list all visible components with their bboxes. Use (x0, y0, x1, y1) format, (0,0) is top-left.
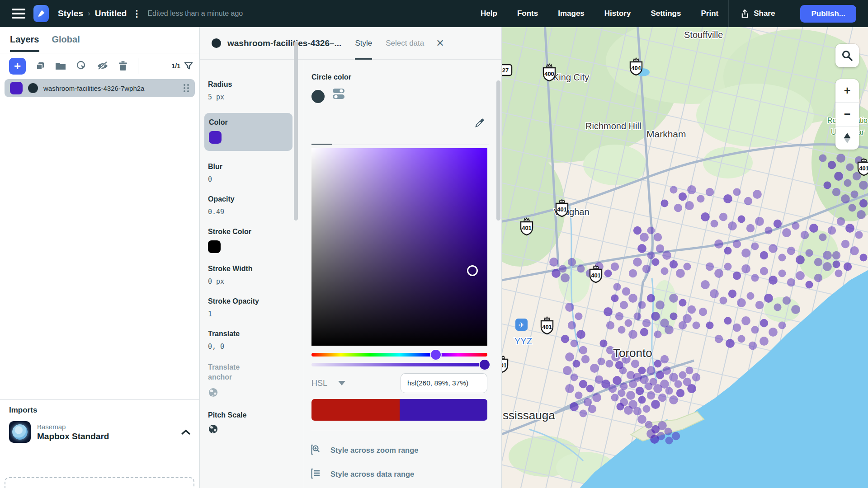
washroom-dot[interactable] (692, 373, 700, 381)
property-translate-anchor[interactable]: Translate anchor (208, 362, 304, 399)
washroom-dot[interactable] (832, 251, 840, 259)
style-with-data-conditions[interactable]: Style with data conditions (311, 486, 488, 488)
washroom-dot[interactable] (755, 217, 764, 226)
washroom-dot[interactable] (595, 375, 603, 384)
washroom-dot[interactable] (628, 330, 637, 339)
washroom-dot[interactable] (559, 265, 567, 273)
washroom-dot[interactable] (778, 322, 786, 329)
washroom-dot[interactable] (552, 269, 561, 278)
washroom-dot[interactable] (724, 317, 732, 325)
nav-help[interactable]: Help (481, 9, 497, 18)
washroom-dot[interactable] (606, 360, 613, 368)
publish-button[interactable]: Publish... (800, 5, 856, 23)
globe-icon[interactable] (208, 387, 304, 399)
hide-layer-eye-off-icon[interactable] (96, 61, 109, 71)
washroom-dot[interactable] (626, 391, 635, 400)
washroom-dot[interactable] (760, 319, 768, 327)
nav-images[interactable]: Images (558, 9, 585, 18)
washroom-dot[interactable] (640, 328, 648, 336)
property-blur[interactable]: Blur0 (208, 163, 304, 183)
washroom-dot[interactable] (728, 290, 736, 298)
property-stroke-width[interactable]: Stroke Width0 px (208, 265, 304, 286)
washroom-dot[interactable] (662, 251, 671, 260)
washroom-dot[interactable] (571, 374, 578, 381)
component-sliders-tab-icon[interactable] (332, 87, 346, 103)
washroom-dot[interactable] (549, 258, 558, 267)
washroom-dot[interactable] (711, 220, 718, 228)
washroom-dot[interactable] (665, 437, 673, 445)
washroom-dot[interactable] (733, 240, 741, 248)
washroom-dot[interactable] (642, 265, 651, 273)
washroom-dot[interactable] (615, 312, 623, 320)
washroom-dot[interactable] (646, 429, 656, 438)
washroom-dot[interactable] (701, 280, 710, 289)
washroom-dot[interactable] (769, 328, 778, 337)
washroom-dot[interactable] (714, 239, 723, 249)
washroom-dot[interactable] (701, 212, 710, 221)
washroom-dot[interactable] (647, 391, 655, 399)
washroom-dot[interactable] (693, 322, 700, 329)
washroom-dot[interactable] (719, 213, 727, 221)
washroom-dot[interactable] (638, 396, 646, 404)
washroom-dot[interactable] (676, 269, 685, 278)
washroom-dot[interactable] (679, 192, 687, 201)
eyedropper-icon[interactable] (472, 117, 486, 132)
washroom-dot[interactable] (769, 244, 778, 253)
washroom-dot[interactable] (760, 267, 768, 275)
washroom-dot[interactable] (675, 380, 682, 388)
washroom-dot[interactable] (715, 335, 723, 343)
washroom-dot[interactable] (824, 182, 831, 189)
washroom-dot[interactable] (620, 301, 628, 309)
tab-layers[interactable]: Layers (10, 34, 39, 52)
washroom-dot[interactable] (611, 295, 619, 302)
washroom-dot[interactable] (568, 321, 576, 329)
washroom-dot[interactable] (669, 294, 678, 303)
property-stroke-color[interactable]: Stroke Color (208, 228, 304, 253)
washroom-dot[interactable] (654, 233, 662, 241)
solid-color-tab-circle-icon[interactable] (311, 90, 325, 103)
washroom-dot[interactable] (633, 226, 642, 235)
property-swatch[interactable] (209, 131, 222, 144)
washroom-dot[interactable] (620, 383, 628, 390)
washroom-dot[interactable] (778, 270, 786, 277)
washroom-dot[interactable] (714, 269, 723, 278)
washroom-dot[interactable] (658, 421, 667, 430)
nav-fonts[interactable]: Fonts (517, 9, 538, 18)
washroom-dot[interactable] (637, 415, 646, 424)
property-stroke-opacity[interactable]: Stroke Opacity1 (208, 297, 304, 318)
washroom-dot[interactable] (633, 258, 642, 267)
washroom-dot[interactable] (652, 258, 660, 266)
washroom-dot[interactable] (860, 254, 868, 262)
group-layers-folder-icon[interactable] (55, 61, 66, 71)
washroom-dot[interactable] (841, 240, 849, 248)
washroom-dot[interactable] (576, 330, 585, 339)
washroom-dot[interactable] (845, 224, 854, 233)
washroom-dot[interactable] (809, 224, 818, 233)
washroom-dot[interactable] (828, 226, 836, 235)
washroom-dot[interactable] (746, 224, 755, 232)
washroom-dot[interactable] (765, 227, 773, 235)
basemap-import-row[interactable]: Basemap Mapbox Standard (9, 421, 191, 443)
washroom-dot[interactable] (579, 380, 587, 388)
washroom-dot[interactable] (565, 352, 574, 361)
washroom-dot[interactable] (611, 263, 619, 271)
zoom-in-button[interactable]: + (835, 79, 859, 102)
washroom-dot[interactable] (665, 325, 674, 334)
washroom-dot[interactable] (796, 271, 805, 280)
washroom-dot[interactable] (749, 342, 757, 350)
washroom-dot[interactable] (638, 301, 646, 309)
washroom-dot[interactable] (855, 231, 863, 239)
washroom-dot[interactable] (658, 394, 666, 402)
tab-global[interactable]: Global (52, 34, 80, 52)
style-across-zoom-range[interactable]: Style across zoom range (311, 438, 488, 462)
select-on-map-icon[interactable] (75, 60, 87, 72)
washroom-dot[interactable] (760, 337, 769, 346)
add-layer-button[interactable]: + (9, 58, 26, 75)
washroom-dot[interactable] (651, 312, 660, 321)
washroom-dot[interactable] (741, 316, 750, 325)
washroom-dot[interactable] (857, 210, 866, 219)
tab-select-data[interactable]: Select data (386, 27, 424, 60)
washroom-dot[interactable] (724, 247, 732, 255)
washroom-dot[interactable] (737, 298, 746, 307)
washroom-dot[interactable] (654, 331, 662, 338)
